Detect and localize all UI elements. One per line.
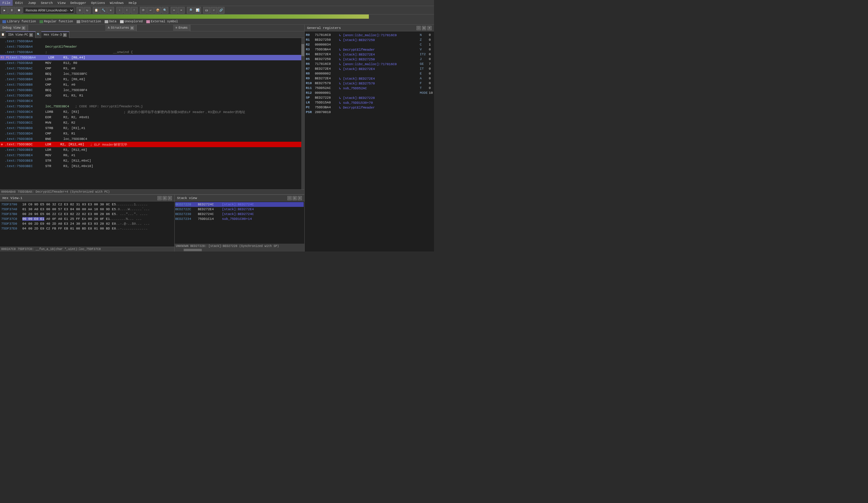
- stack-float-btn[interactable]: ◱: [292, 196, 297, 200]
- code-line[interactable]: .text:75DD3BC4: [0, 98, 304, 104]
- tb-16[interactable]: 📊: [194, 7, 201, 13]
- scrollbar-thumb[interactable]: [301, 44, 304, 56]
- code-line[interactable]: .text:75DD3BA4: [0, 39, 304, 44]
- tb-17[interactable]: 🗂: [203, 7, 210, 13]
- tb-4[interactable]: 🔧: [100, 7, 107, 13]
- tb-8[interactable]: ↑: [131, 7, 137, 13]
- tb-11[interactable]: 📦: [154, 7, 161, 13]
- code-line[interactable]: .text:75DD3BC8 EOR R2, R2, #0x61: [0, 115, 304, 120]
- reg-row-r2: R2 00000034: [306, 42, 411, 47]
- reg-row-r4: R4 BED272E4 ↳ [stack]:BED272E4: [306, 52, 411, 57]
- flag-a: A 0: [420, 76, 433, 81]
- tb-9[interactable]: ⟳: [140, 7, 147, 13]
- tab-enums[interactable]: ≡ Enums: [173, 25, 190, 31]
- legend-instruction: Instruction: [76, 20, 101, 23]
- tb-19[interactable]: 🔗: [218, 7, 224, 13]
- tb-15[interactable]: 🔎: [187, 7, 194, 13]
- menu-help[interactable]: Help: [126, 0, 139, 6]
- stack-view-status: UNKNOWN BED27228: [stack]:BED27228 (Sync…: [175, 244, 304, 249]
- ida-view-tab-bar: 📋 IDA View-PC ✕ 🔍 Hex View-3 ✕: [0, 31, 304, 38]
- play-btn[interactable]: ▶: [1, 7, 8, 13]
- flag-it: IT 0: [420, 66, 433, 71]
- menu-edit[interactable]: Edit: [13, 0, 25, 6]
- menu-view[interactable]: View: [55, 0, 68, 6]
- code-line[interactable]: .text:75DD3BB4 LDR R1, [R0,#8]: [0, 76, 304, 82]
- code-line[interactable]: .text:75DD3BD0 STRB R2, [R3],#1: [0, 125, 304, 131]
- code-line-breakpoint[interactable]: ● .text:75DD3BDC LDR R2, [R12,#0] ; ELF …: [0, 142, 304, 147]
- reg-float-btn[interactable]: ◱: [422, 26, 426, 30]
- code-line[interactable]: .text:75DD3BA4 DecryptElfHeader: [0, 44, 304, 50]
- tab-structures[interactable]: A Structures ✕: [105, 25, 136, 31]
- tb-12[interactable]: 🔍: [162, 7, 168, 13]
- code-line-r3pc[interactable]: R3 PC .text:75DD3BA4 LDR R3, [R0,#4]: [0, 55, 304, 60]
- tb-13[interactable]: ⬅: [171, 7, 177, 13]
- menu-jump[interactable]: Jump: [25, 0, 38, 6]
- code-line[interactable]: .text:75DD3BE0 LDR R3, [R12,#8]: [0, 147, 304, 153]
- code-line[interactable]: .text:75DD3BD4 CMP R3, R1: [0, 131, 304, 136]
- hex-line: 75DF3790 18 C0 9D E5 06 32 C2 E3 02 31 8…: [1, 202, 173, 207]
- reg-row-r1: R1 BED27250 ↳ [stack]:BED27250: [306, 38, 411, 42]
- menu-search[interactable]: Search: [38, 0, 55, 6]
- tb-5[interactable]: ✕: [107, 7, 114, 13]
- hex1-close-btn[interactable]: ✕: [168, 196, 172, 200]
- tb-14[interactable]: ➡: [178, 7, 185, 13]
- tb-7[interactable]: ↕: [124, 7, 130, 13]
- flag-c: C 1: [420, 42, 433, 47]
- menu-file[interactable]: File: [0, 0, 13, 6]
- code-line[interactable]: .text:75DD3BA4 ; __unwind {: [0, 50, 304, 55]
- hex-line-highlight: 75DF37C0 00 00 E0 E1 A0 0F A0 E1 25 FF E…: [1, 217, 173, 221]
- tab-debug-view[interactable]: Debug View ✕: [0, 25, 28, 31]
- stack-restore-btn[interactable]: □: [287, 196, 292, 200]
- hex-view-1-content: 75DF3790 18 C0 9D E5 06 32 C2 E3 02 31 8…: [0, 201, 174, 247]
- ida-view-label: IDA View-PC: [8, 33, 28, 36]
- tab-close-hex3[interactable]: ✕: [63, 33, 67, 37]
- menu-windows[interactable]: Windows: [107, 0, 126, 6]
- menu-debugger[interactable]: Debugger: [68, 0, 89, 6]
- tab-close-debug[interactable]: ✕: [22, 26, 25, 30]
- tb-3[interactable]: 📋: [93, 7, 100, 13]
- legend-bar: Library function Regular function Instru…: [0, 19, 434, 25]
- tb-18[interactable]: ⚡: [210, 7, 217, 13]
- tab-hex-view-3[interactable]: Hex View-3 ✕: [41, 31, 69, 38]
- tb-6[interactable]: ↓: [116, 7, 123, 13]
- code-line[interactable]: .text:75DD3BE4 MOV R0, #1: [0, 153, 304, 158]
- reg-row-pc: PC 75DD3BA4 ↳ DecryptElfHeader: [306, 105, 411, 110]
- hex-line: 75DF37D0 04 00 2D E9 40 2D A0 E3 24 30 A…: [1, 221, 173, 226]
- code-line[interactable]: .text:75DD3BEC STR R3, [R12,#0x10]: [0, 164, 304, 169]
- code-line[interactable]: .text:75DD3BD8 BNE loc_75DD3BC4: [0, 136, 304, 142]
- hex-view-1-status: 0002A7C0 75DF37C0: __fun_a_18(char *,uin…: [0, 247, 174, 251]
- enums-label: Enums: [178, 26, 188, 30]
- reg-row-lr: LR 75DD15A0 ↳ sub_75DD1530+70: [306, 100, 411, 105]
- code-line[interactable]: .text:75DD3BCC MVN R2, R2: [0, 120, 304, 125]
- code-line[interactable]: .text:75DD3BA8 MOV R12, R0: [0, 60, 304, 66]
- hex1-float-btn[interactable]: ◱: [163, 196, 167, 200]
- flag-ge: GE 7: [420, 62, 433, 66]
- code-line[interactable]: .text:75DD3BBC BEQ loc_75DD3BF4: [0, 87, 304, 93]
- tb-1[interactable]: ⚙: [76, 7, 83, 13]
- reg-close-btn[interactable]: ✕: [427, 26, 432, 30]
- stack-close-btn[interactable]: ✕: [298, 196, 302, 200]
- code-line[interactable]: .text:75DD3BAC CMP R3, #0: [0, 66, 304, 71]
- tab-ida-view-pc[interactable]: IDA View-PC ✕: [6, 31, 35, 38]
- code-line[interactable]: .text:75DD3BC4 loc_75DD3BC4 ; CODE XREF:…: [0, 104, 304, 109]
- tab-close-structures[interactable]: ✕: [130, 26, 134, 30]
- code-line[interactable]: .text:75DD3BC0 ADD R1, R3, R1: [0, 93, 304, 98]
- debug-view-label: Debug View: [2, 26, 21, 30]
- stop-btn[interactable]: ⏹: [16, 7, 22, 13]
- flag-n: N 0: [420, 33, 433, 38]
- code-line[interactable]: .text:75DD3BB0 BEQ loc_75DD3BFC: [0, 71, 304, 76]
- pause-btn[interactable]: ⏸: [9, 7, 15, 13]
- code-line[interactable]: .text:75DD3BB8 CMP R1, #0: [0, 82, 304, 87]
- code-scrollbar[interactable]: [301, 38, 304, 189]
- debugger-dropdown[interactable]: Remote ARM Linux/Android debugger: [23, 7, 74, 13]
- reg-row-r7: R7 BED272E4 ↳ [stack]:BED272E4: [306, 66, 411, 71]
- hex1-restore-btn[interactable]: □: [157, 196, 162, 200]
- tab-close-ida[interactable]: ✕: [29, 33, 33, 37]
- code-line[interactable]: .text:75DD3BC4 LDRB R2, [R3] ; 此处的小循环似乎在…: [0, 109, 304, 115]
- reg-restore-btn[interactable]: □: [416, 26, 421, 30]
- tb-10[interactable]: ↩: [147, 7, 154, 13]
- code-line[interactable]: .text:75DD3BE8 STR R2, [R12,#0xC]: [0, 158, 304, 164]
- tb-2[interactable]: ↻: [84, 7, 91, 13]
- menu-options[interactable]: Options: [89, 0, 107, 6]
- legend-unexplored: Unexplored: [120, 20, 143, 23]
